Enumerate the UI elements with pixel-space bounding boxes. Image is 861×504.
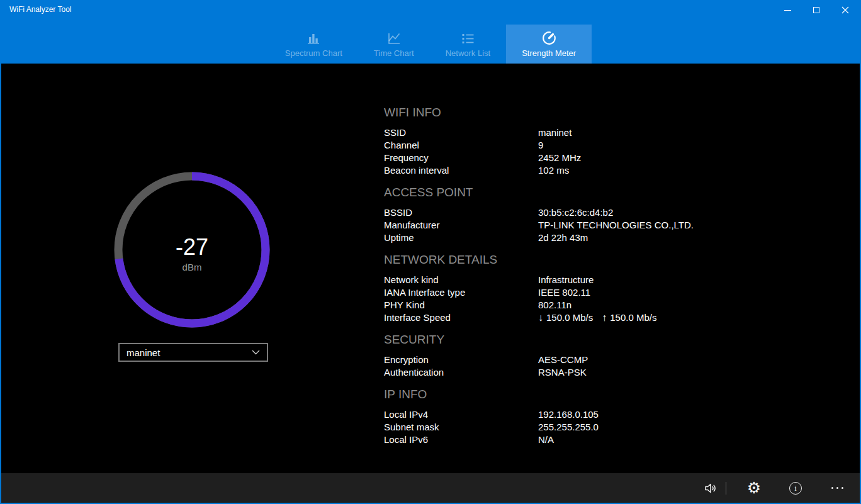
download-arrow-icon: ↓ (538, 311, 543, 324)
section-title: IP INFO (384, 388, 749, 401)
row-label: Interface Speed (384, 311, 538, 324)
gauge-readout: -27 dBm (114, 176, 270, 332)
tab-label: Spectrum Chart (285, 48, 342, 58)
sound-button[interactable] (697, 473, 724, 503)
info-row: Manufacturer TP-LINK TECHNOLOGIES CO.,LT… (384, 219, 749, 232)
row-value: 2d 22h 43m (538, 232, 749, 244)
nav-tabs: Spectrum Chart Time Chart (1, 25, 860, 64)
row-label: Local IPv4 (384, 408, 538, 421)
section-title: WIFI INFO (384, 106, 749, 120)
section-title: ACCESS POINT (384, 186, 749, 199)
row-label: Authentication (384, 366, 538, 379)
close-icon (841, 6, 849, 14)
row-value: Infrastructure (538, 274, 749, 286)
upload-arrow-icon: ↑ (602, 311, 607, 324)
row-value: RSNA-PSK (538, 366, 749, 379)
row-value: N/A (538, 434, 749, 446)
section-title: SECURITY (384, 333, 749, 347)
row-label: Manufacturer (384, 219, 538, 232)
info-row: Local IPv4 192.168.0.105 (384, 408, 749, 421)
row-label: Encryption (384, 354, 538, 366)
info-row: Frequency 2452 MHz (384, 152, 749, 164)
row-label: Uptime (384, 232, 538, 244)
info-row: Authentication RSNA-PSK (384, 366, 749, 379)
command-bar-divider (726, 482, 726, 495)
row-label: Frequency (384, 152, 538, 164)
header: WiFi Analyzer Tool (1, 0, 860, 64)
row-label: PHY Kind (384, 299, 538, 311)
line-chart-icon (386, 29, 402, 47)
tab-network-list[interactable]: Network List (430, 25, 507, 64)
tab-strength-meter[interactable]: Strength Meter (506, 25, 592, 64)
gear-icon: ⚙ (747, 480, 761, 496)
row-label: Beacon interval (384, 164, 538, 177)
row-value: 192.168.0.105 (538, 408, 749, 421)
maximize-icon (813, 7, 819, 13)
info-row: Uptime 2d 22h 43m (384, 232, 749, 244)
more-button[interactable] (823, 473, 851, 503)
row-value: ↓ 150.0 Mb/s ↑ 150.0 Mb/s (538, 311, 749, 324)
tab-spectrum-chart[interactable]: Spectrum Chart (269, 25, 358, 64)
row-label: Subnet mask (384, 421, 538, 434)
minimize-icon (784, 10, 791, 11)
info-icon: i (789, 482, 802, 495)
info-panel: WIFI INFO SSID maninet Channel 9 Frequen… (384, 106, 749, 455)
speaker-icon (703, 481, 718, 496)
tab-label: Time Chart (374, 48, 414, 58)
list-icon (459, 29, 476, 47)
section-title: NETWORK DETAILS (384, 253, 749, 267)
bar-chart-icon (305, 29, 322, 47)
app-window: WiFi Analyzer Tool (0, 0, 861, 504)
section-wifi-info: WIFI INFO SSID maninet Channel 9 Frequen… (384, 106, 749, 177)
row-label: SSID (384, 126, 538, 139)
section-network-details: NETWORK DETAILS Network kind Infrastruct… (384, 253, 749, 324)
main-content: -27 dBm maninet WIFI INFO SSID maninet C… (1, 64, 860, 473)
tab-label: Strength Meter (522, 48, 576, 58)
info-row: BSSID 30:b5:c2:6c:d4:b2 (384, 206, 749, 219)
row-value: AES-CCMP (538, 354, 749, 366)
about-button[interactable]: i (782, 473, 809, 503)
row-label: Channel (384, 139, 538, 152)
ellipsis-icon (831, 487, 843, 489)
window-title: WiFi Analyzer Tool (9, 5, 71, 14)
info-row: Local IPv6 N/A (384, 434, 749, 446)
info-row: Encryption AES-CCMP (384, 354, 749, 366)
minimize-button[interactable] (773, 0, 802, 20)
row-label: Local IPv6 (384, 434, 538, 446)
row-value: 2452 MHz (538, 152, 749, 164)
info-row: PHY Kind 802.11n (384, 299, 749, 311)
tab-label: Network List (446, 48, 491, 58)
row-value: 9 (538, 139, 749, 152)
upload-speed: 150.0 Mb/s (610, 311, 656, 324)
settings-button[interactable]: ⚙ (740, 473, 768, 503)
signal-strength-gauge: -27 dBm (114, 172, 270, 328)
info-row-interface-speed: Interface Speed ↓ 150.0 Mb/s ↑ 150.0 Mb/… (384, 311, 749, 324)
row-value: 802.11n (538, 299, 749, 311)
gauge-value: -27 (176, 236, 208, 259)
info-row: SSID maninet (384, 126, 749, 139)
gauge-icon (541, 29, 558, 47)
row-value: 255.255.255.0 (538, 421, 749, 434)
gauge-unit: dBm (183, 262, 202, 272)
maximize-button[interactable] (802, 0, 831, 20)
close-button[interactable] (831, 0, 860, 20)
row-value: 30:b5:c2:6c:d4:b2 (538, 206, 749, 219)
section-security: SECURITY Encryption AES-CCMP Authenticat… (384, 333, 749, 379)
section-ip-info: IP INFO Local IPv4 192.168.0.105 Subnet … (384, 388, 749, 446)
info-row: Beacon interval 102 ms (384, 164, 749, 177)
row-value: 102 ms (538, 164, 749, 177)
row-value: maninet (538, 126, 749, 139)
row-label: BSSID (384, 206, 538, 219)
info-row: IANA Interface type IEEE 802.11 (384, 286, 749, 299)
info-row: Channel 9 (384, 139, 749, 152)
row-value: TP-LINK TECHNOLOGIES CO.,LTD. (538, 219, 749, 232)
window-controls (773, 0, 860, 20)
command-bar: ⚙ i (1, 473, 860, 503)
network-select-value: maninet (127, 347, 160, 358)
row-value: IEEE 802.11 (538, 286, 749, 299)
tab-time-chart[interactable]: Time Chart (358, 25, 430, 64)
download-speed: 150.0 Mb/s (546, 311, 593, 324)
section-access-point: ACCESS POINT BSSID 30:b5:c2:6c:d4:b2 Man… (384, 186, 749, 244)
row-label: IANA Interface type (384, 286, 538, 299)
network-select-dropdown[interactable]: maninet (118, 343, 268, 362)
